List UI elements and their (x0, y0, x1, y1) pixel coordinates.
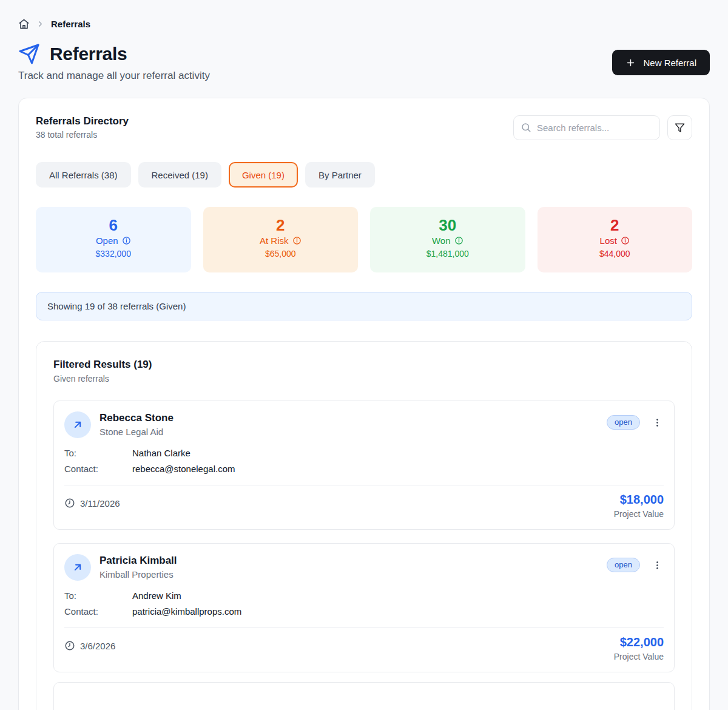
more-options-icon[interactable] (651, 416, 664, 429)
info-icon (454, 236, 463, 245)
referral-card-partial (53, 682, 675, 710)
stat-at-risk-value: $65,000 (203, 249, 359, 259)
stat-lost-count: 2 (538, 216, 693, 234)
project-value-caption: Project Value (614, 652, 664, 661)
filter-button[interactable] (667, 115, 692, 140)
referral-date: 3/6/2026 (80, 641, 115, 651)
status-badge[interactable]: open (607, 415, 640, 430)
stat-lost-value: $44,000 (538, 249, 693, 259)
referral-company: Stone Legal Aid (99, 427, 607, 437)
avatar (64, 411, 91, 438)
send-icon (18, 43, 40, 65)
new-referral-button[interactable]: New Referral (612, 50, 710, 75)
referral-name: Patricia Kimball (99, 554, 607, 567)
stat-open-value: $332,000 (36, 249, 191, 259)
avatar (64, 554, 91, 581)
page-header: Referrals Track and manage all your refe… (18, 43, 710, 82)
stat-card-at-risk[interactable]: 2 At Risk $65,000 (203, 207, 359, 272)
to-value: Nathan Clarke (132, 448, 190, 458)
stat-card-won[interactable]: 30 Won $1,481,000 (370, 207, 525, 272)
info-icon (122, 236, 131, 245)
chevron-right-icon (36, 19, 45, 29)
referrals-directory-card: Referrals Directory 38 total referrals (18, 98, 710, 710)
filtered-results-subtitle: Given referrals (53, 374, 675, 384)
search-input[interactable] (513, 115, 660, 140)
referral-card: Rebecca Stone Stone Legal Aid open To: N… (53, 401, 675, 530)
info-icon (292, 236, 302, 245)
contact-value: patricia@kimballprops.com (132, 606, 241, 617)
stat-open-count: 6 (36, 216, 191, 234)
filtered-results-card: Filtered Results (19) Given referrals Re… (36, 341, 692, 710)
referral-date: 3/11/2026 (80, 498, 120, 509)
referral-company: Kimball Properties (99, 569, 607, 580)
plus-icon (625, 58, 636, 68)
status-badge[interactable]: open (607, 558, 640, 572)
contact-label: Contact: (64, 464, 132, 474)
project-value-caption: Project Value (614, 509, 664, 519)
stat-card-open[interactable]: 6 Open $332,000 (36, 207, 191, 272)
search-box (513, 115, 660, 140)
tab-received[interactable]: Received (19) (138, 162, 221, 188)
arrow-up-right-icon (72, 561, 84, 573)
referrals-page: Referrals Referrals Track and manage all… (0, 0, 728, 710)
filter-tabs: All Referrals (38) Received (19) Given (… (36, 162, 692, 188)
project-value: $22,000 (614, 635, 664, 649)
to-value: Andrew Kim (132, 590, 181, 601)
clock-icon (64, 640, 75, 651)
contact-label: Contact: (64, 606, 132, 617)
search-icon (521, 122, 531, 133)
to-label: To: (64, 590, 132, 601)
results-banner: Showing 19 of 38 referrals (Given) (36, 292, 692, 320)
referral-name: Rebecca Stone (99, 411, 607, 425)
filtered-results-title: Filtered Results (19) (53, 359, 675, 371)
tab-given[interactable]: Given (19) (229, 162, 298, 188)
more-options-icon[interactable] (651, 559, 664, 572)
directory-title: Referrals Directory (36, 115, 129, 127)
directory-subtitle: 38 total referrals (36, 130, 129, 140)
stat-lost-label: Lost (600, 235, 617, 246)
new-referral-label: New Referral (643, 58, 696, 68)
arrow-up-right-icon (72, 419, 84, 431)
stat-at-risk-count: 2 (203, 216, 359, 234)
breadcrumb-current: Referrals (51, 19, 90, 29)
stat-open-label: Open (96, 235, 118, 246)
funnel-icon (675, 123, 685, 133)
stats-row: 6 Open $332,000 2 At Risk $65,000 30 Won… (36, 207, 692, 272)
stat-won-count: 30 (370, 216, 525, 234)
project-value: $18,000 (614, 493, 664, 507)
stat-card-lost[interactable]: 2 Lost $44,000 (538, 207, 693, 272)
tab-by-partner[interactable]: By Partner (305, 162, 375, 188)
home-icon[interactable] (18, 18, 30, 30)
page-subtitle: Track and manage all your referral activ… (18, 70, 210, 82)
stat-won-value: $1,481,000 (370, 249, 525, 259)
contact-value: rebecca@stonelegal.com (132, 464, 235, 474)
clock-icon (64, 498, 75, 509)
referral-card: Patricia Kimball Kimball Properties open… (53, 543, 675, 672)
info-icon (621, 236, 630, 245)
stat-won-label: Won (432, 235, 451, 246)
page-title: Referrals (50, 44, 127, 64)
stat-at-risk-label: At Risk (260, 235, 289, 246)
to-label: To: (64, 448, 132, 458)
tab-all-referrals[interactable]: All Referrals (38) (36, 162, 131, 188)
breadcrumb: Referrals (18, 18, 710, 30)
